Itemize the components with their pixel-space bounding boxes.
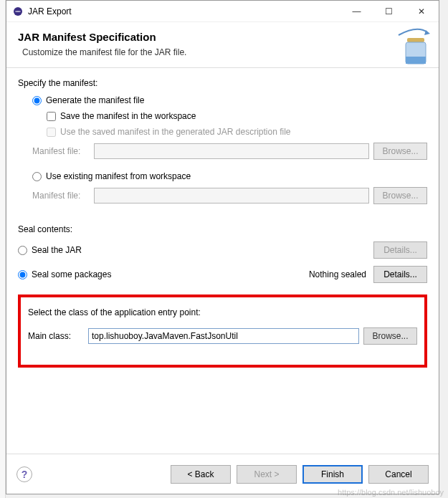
specify-manifest-label: Specify the manifest:	[18, 78, 427, 88]
seal-some-radio[interactable]	[18, 270, 27, 279]
manifest-file-row-2: Manifest file: Browse...	[32, 187, 427, 204]
jar-icon	[396, 28, 432, 71]
maximize-button[interactable]: ☐	[373, 1, 405, 21]
page-title: JAR Manifest Specification	[18, 31, 427, 43]
next-button: Next >	[237, 465, 297, 484]
editor-gutter	[0, 0, 6, 498]
manifest-file-input-1	[94, 143, 369, 159]
save-manifest-checkbox[interactable]	[47, 112, 56, 121]
reuse-manifest-label: Use the saved manifest in the generated …	[60, 127, 291, 137]
details-button-2[interactable]: Details...	[373, 266, 427, 283]
generate-manifest-radio[interactable]	[32, 96, 42, 105]
save-manifest-label: Save the manifest in the workspace	[60, 111, 196, 121]
use-existing-radio[interactable]	[32, 172, 42, 181]
manifest-file-label-1: Manifest file:	[32, 146, 90, 156]
entry-point-highlight-box: Select the class of the application entr…	[18, 295, 427, 368]
page-subtitle: Customize the manifest file for the JAR …	[22, 47, 427, 57]
dialog-header: JAR Manifest Specification Customize the…	[6, 22, 439, 68]
dialog-footer: ? < Back Next > Finish Cancel	[6, 454, 439, 494]
main-class-label: Main class:	[28, 331, 84, 341]
seal-jar-row: Seal the JAR Details...	[18, 241, 427, 259]
svg-rect-2	[407, 38, 424, 42]
minimize-button[interactable]: —	[340, 1, 373, 21]
jar-export-dialog: JAR Export — ☐ ✕ JAR Manifest Specificat…	[6, 0, 439, 494]
seal-some-radio-row[interactable]: Seal some packages	[18, 269, 111, 279]
generate-manifest-label: Generate the manifest file	[46, 95, 144, 105]
close-button[interactable]: ✕	[405, 1, 437, 21]
generate-manifest-radio-row[interactable]: Generate the manifest file	[32, 95, 427, 105]
reuse-manifest-check-row: Use the saved manifest in the generated …	[47, 127, 427, 137]
details-button-1: Details...	[373, 241, 427, 259]
main-class-input[interactable]	[88, 328, 359, 344]
entry-point-label: Select the class of the application entr…	[28, 307, 417, 317]
seal-jar-label: Seal the JAR	[32, 245, 82, 255]
help-icon[interactable]: ?	[16, 466, 32, 482]
seal-jar-radio[interactable]	[18, 246, 27, 255]
eclipse-icon	[12, 6, 24, 17]
nothing-sealed-text: Nothing sealed	[309, 269, 366, 279]
save-manifest-check-row[interactable]: Save the manifest in the workspace	[47, 111, 427, 121]
back-button[interactable]: < Back	[171, 465, 231, 484]
wizard-buttons: < Back Next > Finish Cancel	[171, 465, 429, 484]
use-existing-label: Use existing manifest from workspace	[46, 171, 191, 181]
manifest-file-row-1: Manifest file: Browse...	[32, 143, 427, 160]
use-existing-radio-row[interactable]: Use existing manifest from workspace	[32, 171, 427, 181]
browse-button-manifest-1: Browse...	[373, 143, 427, 160]
browse-button-main-class[interactable]: Browse...	[363, 327, 417, 345]
svg-rect-4	[406, 57, 426, 64]
manifest-file-input-2	[94, 188, 369, 203]
seal-some-row: Seal some packages Nothing sealed Detail…	[18, 266, 427, 283]
manifest-file-label-2: Manifest file:	[32, 191, 90, 201]
seal-some-label: Seal some packages	[32, 269, 111, 279]
reuse-manifest-checkbox	[47, 128, 56, 137]
window-title: JAR Export	[28, 6, 340, 16]
finish-button[interactable]: Finish	[302, 465, 363, 484]
svg-point-1	[15, 11, 21, 12]
browse-button-manifest-2: Browse...	[373, 187, 427, 204]
titlebar: JAR Export — ☐ ✕	[6, 1, 439, 22]
window-controls: — ☐ ✕	[340, 1, 437, 21]
main-class-row: Main class: Browse...	[28, 327, 417, 345]
seal-contents-label: Seal contents:	[18, 224, 427, 234]
cancel-button[interactable]: Cancel	[368, 465, 429, 484]
dialog-content: Specify the manifest: Generate the manif…	[6, 68, 439, 380]
seal-jar-radio-row[interactable]: Seal the JAR	[18, 245, 82, 255]
